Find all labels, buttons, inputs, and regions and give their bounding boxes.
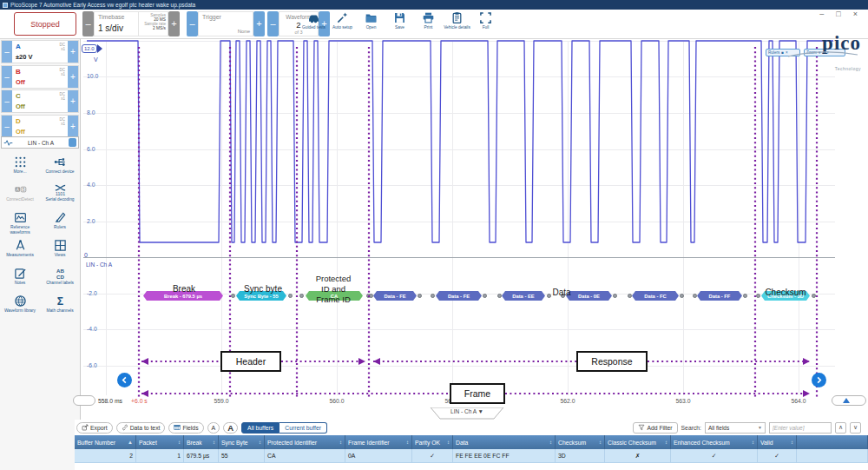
export-button[interactable]: Export	[76, 422, 113, 434]
channel-c-decrease-button[interactable]: –	[2, 90, 12, 112]
add-filter-button[interactable]: Add Filter	[633, 422, 677, 434]
minimize-icon[interactable]: –	[819, 10, 824, 18]
sort-icon[interactable]: ↕	[213, 440, 215, 445]
waveform-previous-button[interactable]: –	[267, 11, 279, 36]
timebase-decrease-button[interactable]: –	[82, 11, 94, 36]
x-tick-label: 562.0	[557, 398, 578, 404]
sort-icon[interactable]: ↕	[447, 440, 450, 445]
channel-d-increase-button[interactable]: +	[68, 116, 78, 137]
fields-button[interactable]: Fields	[168, 422, 203, 434]
sort-icon[interactable]: ▲	[128, 440, 133, 445]
stopped-button[interactable]: Stopped	[14, 12, 76, 36]
sidebar-tool-reference-waveforms[interactable]: Reference waveforms	[0, 209, 40, 237]
decoded-packet[interactable]: Data - FF	[697, 291, 742, 301]
current-buffer-toggle[interactable]: Current buffer	[279, 422, 327, 434]
channel-d-card[interactable]: –DDCx1Off+	[1, 115, 79, 138]
channel-a-card[interactable]: –ADCx1±20 V+	[1, 40, 79, 63]
all-buffers-toggle[interactable]: All buffers	[241, 422, 279, 434]
column-header-enhanced-checksum[interactable]: Enhanced Checksum↕	[671, 435, 758, 449]
timebase-increase-button[interactable]: +	[168, 11, 180, 36]
trigger-increase-button[interactable]: +	[253, 11, 265, 36]
sort-icon[interactable]: ↕	[752, 440, 754, 445]
sidebar-tool-serial-decoding[interactable]: 1101Serial decoding	[40, 182, 80, 209]
sidebar-tool-channel-labels[interactable]: ABCDChannel labels	[40, 265, 80, 293]
table-row[interactable]: 21679.5 µs55CA0A✓FE FE EE 0E FC FF3D✗✓✓	[75, 449, 868, 463]
column-header-sync-byte[interactable]: Sync Byte↕	[219, 435, 265, 449]
column-header-frame-identifier[interactable]: Frame Identifier↕	[345, 435, 412, 449]
sidebar-tool-connectdetect[interactable]: ABConnectDetect	[0, 182, 40, 209]
search-label: Search:	[681, 425, 701, 431]
sidebar-tool-measurements[interactable]: Measurements	[0, 237, 40, 265]
channel-b-card[interactable]: –BDCx1Off+	[1, 65, 79, 89]
sort-icon[interactable]: ↕	[791, 440, 793, 445]
sort-icon[interactable]: ↕	[259, 440, 261, 445]
sidebar-tool-waveform-library[interactable]: Waveform library	[0, 293, 40, 321]
trigger-decrease-button[interactable]: –	[187, 11, 198, 36]
channel-c-increase-button[interactable]: +	[68, 90, 78, 112]
waveform-plot[interactable]: 10.08.06.04.02.0-2.0-4.0-6.0 12.0 V 0 LI…	[81, 39, 835, 395]
data-to-text-button[interactable]: Data to text	[116, 422, 166, 434]
font-smaller-button[interactable]: A	[207, 422, 220, 434]
sidebar-tool-rulers[interactable]: Rulers	[40, 209, 80, 237]
channel-b-increase-button[interactable]: +	[68, 66, 78, 88]
search-value-input[interactable]	[769, 422, 832, 434]
column-header-buffer-number[interactable]: Buffer Number▲	[75, 435, 136, 449]
column-header-data[interactable]: Data↕	[453, 435, 556, 449]
decoded-packet[interactable]: Data - FC	[632, 291, 679, 301]
column-header-parity-ok[interactable]: Parity OK↕	[412, 435, 453, 449]
search-next-button[interactable]: ∨	[850, 422, 861, 434]
column-header-break[interactable]: Break↕	[184, 435, 219, 449]
column-header-protected-identifier[interactable]: Protected Identifier↕	[265, 435, 345, 449]
channel-b-decrease-button[interactable]: –	[2, 66, 12, 88]
sidebar-tool-views[interactable]: Views	[40, 237, 80, 265]
trigger-panel[interactable]: Trigger None	[198, 11, 253, 36]
decoder-channel-row[interactable]: LIN - Ch A	[1, 136, 79, 149]
sort-icon[interactable]: ↕	[549, 440, 552, 445]
sidebar-tool-more-[interactable]: More...	[0, 154, 40, 182]
sort-icon[interactable]: ↕	[339, 440, 342, 445]
full-button[interactable]: Full	[471, 11, 500, 37]
tag-glyph-icon[interactable]: ■	[781, 50, 784, 55]
scroll-marker-icon[interactable]	[843, 398, 850, 403]
decoded-packet[interactable]: Data - FE	[373, 291, 417, 301]
timebase-panel[interactable]: Timebase 1 s/div	[94, 11, 139, 36]
sort-icon[interactable]: ↕	[665, 440, 667, 445]
font-larger-button[interactable]: A	[223, 422, 238, 434]
decoder-channel-label: LIN - Ch A	[13, 140, 69, 146]
pico-logo: pico Technology	[786, 35, 861, 74]
column-header-packet[interactable]: Packet↕	[136, 435, 184, 449]
guided-tests-button[interactable]: Guided tests	[299, 11, 328, 37]
print-button[interactable]: Print	[414, 11, 443, 37]
save-button[interactable]: Save	[385, 11, 414, 37]
scroll-left-button[interactable]	[117, 373, 132, 387]
decoded-packet[interactable]: Data - FE	[436, 291, 482, 301]
sort-icon[interactable]: ↕	[178, 440, 181, 445]
search-scope-select[interactable]: All fields ▼	[705, 422, 766, 434]
close-icon[interactable]: ×	[853, 10, 858, 18]
view-tab-lin-cha[interactable]: LIN - Ch A ▼	[430, 407, 504, 420]
sort-icon[interactable]: ↕	[406, 440, 409, 445]
column-header-valid[interactable]: Valid↕	[758, 435, 797, 449]
sort-icon[interactable]: ↕	[599, 440, 602, 445]
column-header-classic-checksum[interactable]: Classic Checksum↕	[605, 435, 671, 449]
timebase-control: – Timebase 1 s/div Samples 20 MS Sample …	[82, 11, 180, 36]
open-button[interactable]: Open	[357, 11, 385, 37]
decoder-expand-button[interactable]	[69, 138, 76, 147]
channel-a-increase-button[interactable]: +	[68, 41, 78, 63]
table-cell: ✗	[605, 449, 671, 463]
sidebar-tool-connect-device[interactable]: Connect device	[40, 154, 80, 182]
scrollbar-handle-left[interactable]	[73, 395, 95, 406]
channel-a-decrease-button[interactable]: –	[2, 41, 12, 63]
sidebar-tool-math-channels[interactable]: ΣMath channels	[40, 293, 80, 321]
maximize-icon[interactable]: □	[836, 10, 840, 18]
channel-d-decrease-button[interactable]: –	[2, 116, 12, 137]
sidebar-tool-notes[interactable]: Notes	[0, 265, 40, 293]
channel-c-card[interactable]: –CDCx1Off+	[1, 89, 79, 113]
timebase-samples-panel: Samples 20 MS Sample rate 2 MS/s	[139, 11, 168, 36]
scroll-right-button[interactable]	[812, 373, 826, 387]
channel-a-axis-tag[interactable]: 12.0	[82, 44, 102, 53]
column-header-checksum[interactable]: Checksum↕	[556, 435, 605, 449]
vehicle-details-button[interactable]: Vehicle details	[443, 11, 471, 37]
search-previous-button[interactable]: ∧	[835, 422, 846, 434]
auto-setup-button[interactable]: Auto setup	[328, 11, 357, 37]
